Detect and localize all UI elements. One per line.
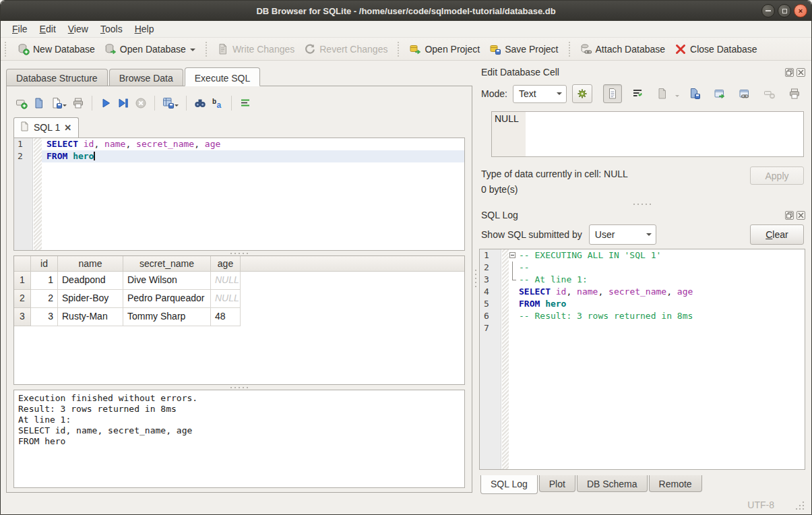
titlebar[interactable]: DB Browser for SQLite - /home/user/code/…	[1, 1, 811, 21]
new-sql-tab-icon[interactable]	[13, 95, 30, 111]
column-header-age[interactable]: age	[211, 256, 241, 272]
table-cell[interactable]: 1	[31, 272, 58, 290]
row-header[interactable]: 3	[14, 308, 31, 326]
table-cell[interactable]: Tommy Sharp	[123, 308, 211, 326]
close-database-button[interactable]: Close Database	[670, 40, 762, 58]
table-cell[interactable]: 2	[31, 290, 58, 308]
clear-button[interactable]: Clear	[750, 224, 804, 245]
table-cell[interactable]: 48	[211, 308, 241, 326]
fold-minus-icon[interactable]	[509, 252, 516, 258]
menu-item-file[interactable]: File	[6, 22, 34, 36]
column-header-secret_name[interactable]: secret_name	[123, 256, 211, 272]
editor-results-splitter[interactable]	[13, 251, 465, 255]
toolbar-separator	[186, 96, 187, 111]
menu-item-view[interactable]: View	[62, 22, 94, 36]
dock-splitter[interactable]	[479, 202, 805, 207]
save-sql-file-icon[interactable]	[49, 95, 69, 111]
close-window-icon[interactable]: ×	[794, 4, 807, 18]
open-database-button[interactable]: Open Database	[100, 40, 200, 58]
editor-line[interactable]: 1SELECT id, name, secret_name, age	[14, 138, 464, 150]
message-line: FROM hero	[18, 436, 460, 447]
word-wrap-icon[interactable]	[628, 84, 647, 103]
results-message-splitter[interactable]	[13, 385, 465, 390]
log-filter-select[interactable]: User	[589, 224, 656, 245]
execution-message: Execution finished without errors.Result…	[13, 390, 465, 488]
table-cell[interactable]: Spider-Boy	[58, 290, 123, 308]
find-icon[interactable]	[192, 95, 208, 111]
line-number: 5	[480, 298, 502, 310]
table-cell[interactable]: Pedro Parqueador	[123, 290, 211, 308]
dock-tab-sql-log[interactable]: SQL Log	[480, 475, 538, 494]
minimize-icon[interactable]	[761, 4, 775, 18]
menu-item-tools[interactable]: Tools	[94, 22, 129, 36]
tab-browse-data[interactable]: Browse Data	[109, 69, 183, 86]
table-cell[interactable]: NULL	[211, 272, 241, 290]
toolbar-separator	[398, 42, 399, 57]
results-table[interactable]: idnamesecret_nameage11DeadpondDive Wilso…	[13, 255, 465, 385]
close-dock-icon[interactable]	[797, 68, 805, 77]
apply-button[interactable]: Apply	[750, 166, 804, 185]
panel-splitter[interactable]	[472, 61, 479, 495]
filter-value: User	[595, 229, 615, 240]
cell-value-editor[interactable]: NULL	[491, 111, 804, 157]
float-dock-icon[interactable]	[785, 211, 794, 220]
chevron-down-icon[interactable]	[63, 104, 67, 109]
chevron-down-icon[interactable]	[175, 104, 179, 109]
tab-close-icon[interactable]: ✕	[64, 123, 71, 133]
new-database-button[interactable]: New Database	[13, 40, 100, 58]
close-dock-icon[interactable]	[797, 211, 805, 220]
print-cell-icon[interactable]	[785, 84, 804, 103]
syntax-highlight-icon[interactable]: ba	[210, 95, 226, 111]
table-row[interactable]: 11DeadpondDive WilsonNULL	[14, 272, 464, 290]
table-cell[interactable]: Deadpond	[58, 272, 123, 290]
sql-log-view[interactable]: 1-- EXECUTING ALL IN 'SQL 1'2--3-- At li…	[479, 249, 805, 470]
open-sql-file-icon[interactable]	[31, 95, 47, 111]
log-text: SELECT id, name, secret_name, age	[519, 286, 693, 298]
chevron-down-icon[interactable]	[190, 49, 195, 54]
resize-grip[interactable]	[796, 501, 805, 510]
log-text: --	[519, 262, 530, 274]
toolbar-handle[interactable]	[5, 42, 9, 57]
table-cell[interactable]: NULL	[211, 290, 241, 308]
text-document-icon[interactable]	[603, 84, 622, 103]
log-text: -- Result: 3 rows returned in 8ms	[519, 310, 693, 322]
auto-apply-button[interactable]	[572, 84, 592, 103]
mode-select[interactable]: Text	[513, 85, 567, 103]
tab-database-structure[interactable]: Database Structure	[6, 69, 108, 86]
maximize-icon[interactable]	[778, 4, 791, 18]
table-row[interactable]: 33Rusty-ManTommy Sharp48	[14, 308, 464, 326]
open-project-button[interactable]: Open Project	[404, 40, 485, 58]
execute-all-icon[interactable]	[98, 95, 114, 111]
sql-editor-tab[interactable]: SQL 1 ✕	[13, 117, 79, 138]
table-corner	[14, 256, 31, 272]
dock-tab-db-schema[interactable]: DB Schema	[577, 475, 648, 492]
float-dock-icon[interactable]	[785, 68, 794, 77]
open-external-icon[interactable]	[710, 84, 729, 103]
export-results-icon[interactable]	[160, 95, 181, 111]
row-header[interactable]: 1	[14, 272, 31, 290]
dock-tab-remote[interactable]: Remote	[649, 475, 702, 492]
copy-link-icon[interactable]	[735, 84, 754, 103]
row-header[interactable]: 2	[14, 290, 31, 308]
print-sql-icon[interactable]	[70, 95, 86, 111]
sql-editor[interactable]: 1SELECT id, name, secret_name, age2FROM …	[13, 138, 465, 251]
line-number: 1	[480, 249, 502, 262]
column-header-name[interactable]: name	[58, 256, 123, 272]
format-sql-icon[interactable]	[237, 95, 253, 111]
dock-tab-plot[interactable]: Plot	[539, 475, 575, 492]
execute-current-line-icon[interactable]	[115, 95, 131, 111]
table-cell[interactable]: Dive Wilson	[123, 272, 211, 290]
fold-collapse-icon[interactable]	[509, 249, 519, 262]
save-project-button[interactable]: Save Project	[485, 40, 563, 58]
table-row[interactable]: 22Spider-BoyPedro ParqueadorNULL	[14, 290, 464, 308]
line-number: 1	[14, 138, 34, 150]
attach-database-button[interactable]: Attach Database	[575, 40, 670, 58]
menu-item-edit[interactable]: Edit	[34, 22, 62, 36]
editor-line[interactable]: 2FROM hero	[14, 150, 464, 162]
table-cell[interactable]: 3	[31, 308, 58, 326]
menu-item-help[interactable]: Help	[129, 22, 160, 36]
column-header-id[interactable]: id	[31, 256, 58, 272]
tab-execute-sql[interactable]: Execute SQL	[185, 67, 261, 86]
table-cell[interactable]: Rusty-Man	[58, 308, 123, 326]
export-data-icon[interactable]	[685, 84, 704, 103]
